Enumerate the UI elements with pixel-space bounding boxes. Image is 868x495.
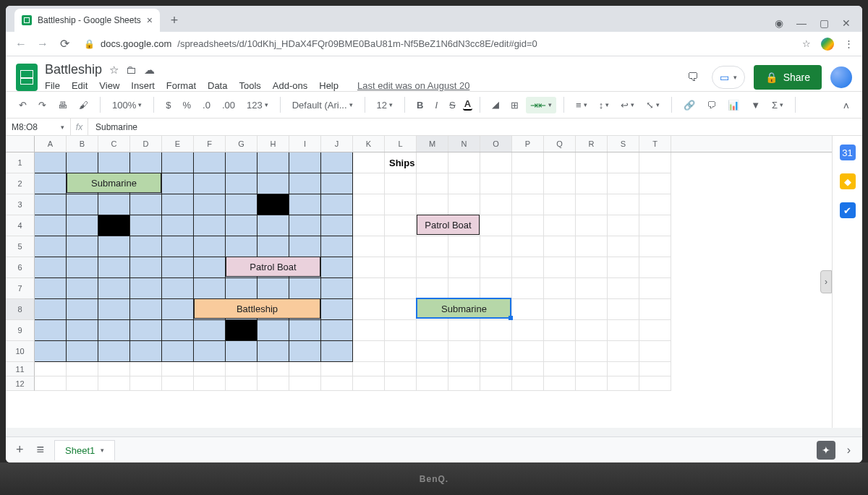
record-icon[interactable]: ◉ — [775, 17, 783, 29]
cell[interactable] — [448, 236, 480, 257]
cell[interactable] — [98, 376, 130, 391]
v-align-button[interactable]: ↕ ▾ — [595, 97, 614, 113]
cell[interactable] — [417, 376, 448, 391]
cell[interactable] — [480, 320, 512, 341]
cell[interactable] — [162, 257, 194, 278]
cell[interactable] — [353, 173, 385, 194]
column-header[interactable]: F — [194, 136, 226, 152]
cell[interactable] — [35, 376, 67, 391]
cell[interactable] — [544, 173, 576, 194]
cloud-icon[interactable]: ☁ — [144, 64, 155, 77]
cell[interactable] — [385, 376, 417, 391]
column-header[interactable]: R — [576, 136, 608, 152]
menu-item[interactable]: Edit — [72, 80, 88, 91]
cell[interactable] — [226, 215, 258, 236]
column-header[interactable]: B — [67, 136, 98, 152]
cell[interactable] — [417, 173, 448, 194]
cell[interactable] — [130, 320, 162, 341]
cell[interactable] — [448, 194, 480, 215]
bookmark-icon[interactable]: ☆ — [802, 38, 811, 49]
cell[interactable] — [544, 299, 576, 320]
name-box[interactable]: M8:O8▾ — [6, 119, 71, 135]
cell[interactable] — [608, 173, 639, 194]
cell[interactable] — [321, 194, 353, 215]
cell[interactable] — [162, 278, 194, 299]
cell[interactable] — [67, 257, 98, 278]
cell[interactable] — [639, 173, 671, 194]
cell[interactable] — [480, 194, 512, 215]
currency-button[interactable]: $ — [161, 97, 175, 113]
cell[interactable] — [608, 320, 639, 341]
cell[interactable] — [448, 173, 480, 194]
cell[interactable] — [512, 194, 544, 215]
cell[interactable] — [576, 376, 608, 391]
decrease-decimal-button[interactable]: .0 — [198, 97, 215, 113]
text-color-button[interactable]: A — [463, 99, 472, 111]
cell[interactable] — [226, 236, 258, 257]
cell[interactable] — [353, 362, 385, 376]
cell[interactable] — [448, 152, 480, 173]
close-tab-icon[interactable]: × — [147, 14, 153, 26]
cell[interactable] — [67, 236, 98, 257]
sheet-tab[interactable]: Sheet1 ▾ — [54, 440, 115, 460]
cell[interactable] — [480, 173, 512, 194]
cell[interactable] — [289, 341, 321, 362]
side-panel-toggle-icon[interactable]: › — [843, 439, 855, 461]
cell[interactable] — [385, 257, 417, 278]
cell[interactable] — [289, 215, 321, 236]
browser-tab[interactable]: Battleship - Google Sheets × — [14, 9, 160, 32]
cell[interactable] — [544, 320, 576, 341]
strike-button[interactable]: S — [445, 97, 460, 113]
account-avatar[interactable] — [830, 66, 852, 88]
column-header[interactable]: A — [35, 136, 67, 152]
row-header[interactable]: 6 — [6, 257, 35, 278]
cell[interactable] — [67, 215, 98, 236]
share-button[interactable]: 🔒 Share — [754, 65, 822, 90]
cell[interactable] — [226, 341, 258, 362]
cell[interactable] — [258, 152, 289, 173]
cell[interactable] — [385, 173, 417, 194]
cell[interactable] — [258, 215, 289, 236]
cell[interactable] — [512, 173, 544, 194]
cell[interactable] — [35, 278, 67, 299]
cell[interactable] — [130, 362, 162, 376]
browser-menu-icon[interactable]: ⋮ — [844, 38, 854, 49]
cell[interactable] — [258, 341, 289, 362]
cell[interactable] — [512, 152, 544, 173]
filter-button[interactable]: ▼ — [746, 97, 765, 113]
cell[interactable] — [226, 194, 258, 215]
cell[interactable] — [194, 341, 226, 362]
cell[interactable] — [639, 299, 671, 320]
cell[interactable] — [448, 362, 480, 376]
ship-patrol-list[interactable]: Patrol Boat — [417, 215, 480, 235]
cell[interactable] — [226, 320, 258, 341]
present-button[interactable]: ▭ ▾ — [712, 66, 745, 89]
cell[interactable] — [35, 215, 67, 236]
cell[interactable] — [417, 341, 448, 362]
cell[interactable] — [98, 362, 130, 376]
row-header[interactable]: 4 — [6, 215, 35, 236]
cell[interactable] — [194, 215, 226, 236]
menu-item[interactable]: Format — [166, 80, 196, 91]
cell[interactable] — [35, 152, 67, 173]
cell[interactable] — [576, 173, 608, 194]
cell[interactable] — [67, 299, 98, 320]
cell[interactable] — [353, 278, 385, 299]
cell[interactable] — [639, 376, 671, 391]
cell[interactable] — [385, 278, 417, 299]
cell[interactable] — [639, 362, 671, 376]
cell[interactable] — [162, 236, 194, 257]
cell[interactable] — [512, 257, 544, 278]
profile-icon[interactable] — [821, 38, 834, 51]
cell[interactable] — [576, 299, 608, 320]
cell[interactable] — [385, 299, 417, 320]
column-header[interactable]: M — [417, 136, 448, 152]
cell[interactable] — [35, 257, 67, 278]
cell[interactable] — [130, 341, 162, 362]
cell[interactable] — [98, 215, 130, 236]
cell[interactable] — [639, 215, 671, 236]
cell[interactable] — [258, 376, 289, 391]
column-header[interactable]: Q — [544, 136, 576, 152]
more-formats-button[interactable]: 123 ▾ — [242, 97, 273, 113]
cell[interactable] — [417, 236, 448, 257]
